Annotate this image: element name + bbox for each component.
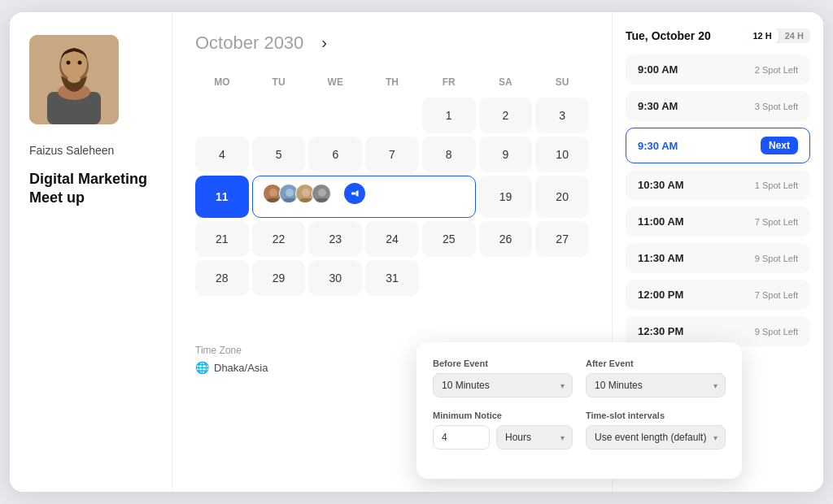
day-cell-3[interactable]: 3 <box>535 98 589 133</box>
day-cell-4[interactable]: 4 <box>195 137 249 172</box>
after-event-label: After Event <box>586 358 726 368</box>
before-event-select[interactable]: 10 Minutes 5 Minutes 15 Minutes 30 Minut… <box>433 373 573 398</box>
calendar-title: October 2030 <box>195 33 303 54</box>
calendar-header: October 2030 › <box>195 32 589 54</box>
day-cell-16[interactable]: 19 <box>479 176 533 218</box>
toggle-12h-btn[interactable]: 12 H <box>747 28 778 43</box>
slot-spots-1100: 7 Spot Left <box>755 217 798 227</box>
day-cell-25[interactable]: 25 <box>422 221 476 257</box>
mini-avatar-4 <box>312 184 331 203</box>
time-slot-1200[interactable]: 12:00 PM 7 Spot Left <box>626 280 810 310</box>
after-event-select-wrap: 10 Minutes 5 Minutes 15 Minutes 30 Minut… <box>586 373 726 398</box>
svg-point-12 <box>302 189 310 197</box>
svg-point-14 <box>318 189 326 197</box>
calendar-next-btn[interactable]: › <box>316 32 332 54</box>
user-name: Faizus Saleheen <box>29 144 152 157</box>
day-cell-30[interactable]: 30 <box>308 260 362 296</box>
slot-time-930a: 9:30 AM <box>638 100 678 112</box>
after-event-field: After Event 10 Minutes 5 Minutes 15 Minu… <box>586 358 726 398</box>
day-cell-17[interactable]: 20 <box>535 176 589 218</box>
svg-rect-11 <box>283 198 296 203</box>
slot-time-1130: 11:30 AM <box>638 252 684 264</box>
event-day-inner <box>259 181 469 206</box>
day-cell-2[interactable]: 2 <box>479 98 533 133</box>
min-notice-input[interactable] <box>433 425 490 450</box>
day-cell-8[interactable]: 8 <box>422 137 476 172</box>
avatars-row <box>263 184 331 203</box>
popup-row-1: Before Event 10 Minutes 5 Minutes 15 Min… <box>433 358 726 398</box>
slot-next-btn[interactable]: Next <box>761 137 798 154</box>
svg-point-6 <box>78 61 82 65</box>
avatar <box>29 35 119 124</box>
slot-time-1100: 11:00 AM <box>638 215 684 228</box>
slot-spots-1030: 1 Spot Left <box>755 180 798 190</box>
day-cell-11-selected[interactable]: 11 <box>195 176 249 218</box>
timeslot-label: Time-slot intervals <box>586 411 726 420</box>
event-title: Digital Marketing Meet up <box>29 170 152 208</box>
day-header-mo: MO <box>195 73 249 94</box>
slot-time-900: 9:00 AM <box>638 63 678 76</box>
slot-spots-1130: 9 Spot Left <box>755 254 798 263</box>
time-slot-900[interactable]: 9:00 AM 2 Spot Left <box>626 54 810 85</box>
time-slot-930-selected[interactable]: 9:30 AM Next <box>626 128 810 163</box>
left-panel: Faizus Saleheen Digital Marketing Meet u… <box>10 12 172 492</box>
day-cell-1[interactable]: 1 <box>422 98 476 133</box>
day-cell-31[interactable]: 31 <box>365 260 419 296</box>
min-notice-label: Minimum Notice <box>433 411 573 420</box>
slot-spots-900: 2 Spot Left <box>755 65 798 75</box>
svg-point-5 <box>67 61 71 65</box>
day-cell-22[interactable]: 22 <box>252 221 306 257</box>
day-cell-23[interactable]: 23 <box>308 221 362 257</box>
before-event-field: Before Event 10 Minutes 5 Minutes 15 Min… <box>433 358 573 398</box>
after-event-select[interactable]: 10 Minutes 5 Minutes 15 Minutes 30 Minut… <box>586 373 726 398</box>
slot-spots-1200: 7 Spot Left <box>755 290 798 300</box>
hours-select[interactable]: Hours Minutes <box>496 425 573 450</box>
day-cell-24[interactable]: 24 <box>365 221 419 257</box>
slot-time-1200: 12:00 PM <box>638 289 683 301</box>
before-event-label: Before Event <box>433 358 573 368</box>
day-cell-empty <box>195 98 249 133</box>
timeslot-field: Time-slot intervals Use event length (de… <box>586 411 726 450</box>
svg-point-8 <box>269 189 277 197</box>
day-cell-27[interactable]: 27 <box>535 221 589 257</box>
timeslot-select[interactable]: Use event length (default) 15 Minutes 30… <box>586 425 726 450</box>
svg-point-10 <box>286 189 294 197</box>
time-slot-930a[interactable]: 9:30 AM 3 Spot Left <box>626 91 810 121</box>
svg-rect-17 <box>351 193 355 195</box>
day-header-su: SU <box>535 73 589 94</box>
day-cell-18[interactable]: 21 <box>195 221 249 257</box>
day-header-we: WE <box>308 73 362 94</box>
slot-spots-1230: 9 Spot Left <box>755 327 798 337</box>
slot-time-1230: 12:30 PM <box>638 325 683 337</box>
time-slot-1100[interactable]: 11:00 AM 7 Spot Left <box>626 206 810 237</box>
day-cell-7[interactable]: 7 <box>365 137 419 172</box>
toggle-24h-btn[interactable]: 24 H <box>778 28 810 43</box>
min-notice-field: Minimum Notice Hours Minutes <box>433 411 573 450</box>
day-header-th: TH <box>365 73 419 94</box>
day-cell-event[interactable] <box>252 176 476 218</box>
before-event-select-wrap: 10 Minutes 5 Minutes 15 Minutes 30 Minut… <box>433 373 573 398</box>
middle-panel: October 2030 › MO TU WE TH FR SA SU 1 2 … <box>172 12 612 492</box>
time-slots-list: 9:00 AM 2 Spot Left 9:30 AM 3 Spot Left … <box>626 54 810 346</box>
day-cell-28[interactable]: 28 <box>195 260 249 296</box>
timeslot-select-wrap: Use event length (default) 15 Minutes 30… <box>586 425 726 450</box>
slot-spots-930a: 3 Spot Left <box>755 102 798 111</box>
time-slot-1030[interactable]: 10:30 AM 1 Spot Left <box>626 170 810 200</box>
time-slot-1130[interactable]: 11:30 AM 9 Spot Left <box>626 243 810 273</box>
min-notice-input-row: Hours Minutes <box>433 425 573 450</box>
day-cell-6[interactable]: 6 <box>308 137 362 172</box>
slot-time-930-selected: 9:30 AM <box>638 140 678 152</box>
hours-select-wrap: Hours Minutes <box>496 425 573 450</box>
right-date: Tue, October 20 <box>626 29 711 42</box>
day-cell-26[interactable]: 26 <box>479 221 533 257</box>
svg-rect-15 <box>316 198 329 203</box>
svg-rect-13 <box>299 198 312 203</box>
day-cell-10[interactable]: 10 <box>535 137 589 172</box>
day-cell-29[interactable]: 29 <box>252 260 306 296</box>
day-header-sa: SA <box>479 73 533 94</box>
day-cell-5[interactable]: 5 <box>252 137 306 172</box>
day-cell-empty <box>479 260 533 296</box>
day-cell-9[interactable]: 9 <box>479 137 533 172</box>
day-cell-empty <box>422 260 476 296</box>
slot-time-1030: 10:30 AM <box>638 179 684 191</box>
